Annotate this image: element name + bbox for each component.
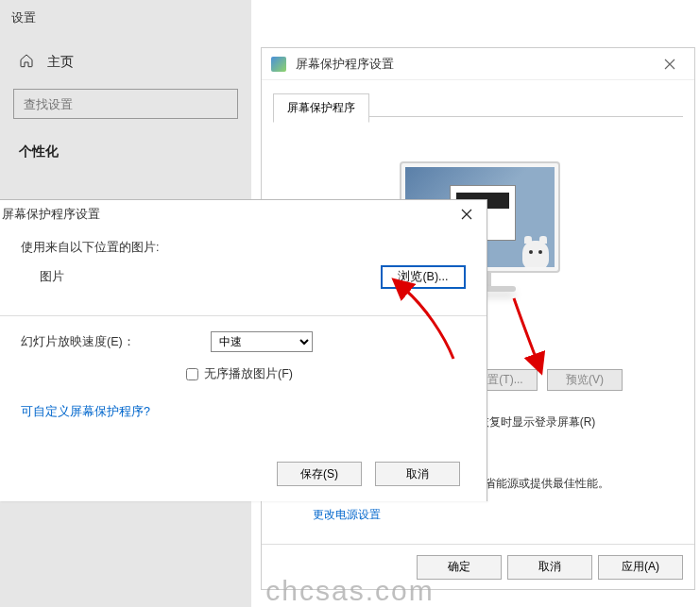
shuffle-label: 无序播放图片(F): [204, 366, 293, 382]
custom-screensaver-link[interactable]: 可自定义屏幕保护程序?: [21, 404, 466, 420]
photo-cancel-button[interactable]: 取消: [375, 462, 460, 486]
settings-app-title: 设置: [0, 0, 251, 45]
close-icon: [664, 59, 675, 70]
screensaver-title: 屏幕保护程序设置: [296, 56, 651, 73]
browse-button[interactable]: 浏览(B)...: [381, 265, 466, 289]
photo-titlebar: 屏幕保护程序设置: [0, 200, 487, 228]
home-nav-item[interactable]: 主页: [0, 45, 251, 85]
shuffle-row[interactable]: 无序播放图片(F): [182, 365, 466, 383]
preview-button[interactable]: 预览(V): [547, 369, 623, 391]
photo-footer: 保存(S) 取消: [277, 462, 460, 486]
use-pictures-label: 使用来自以下位置的图片:: [21, 240, 466, 256]
speed-select[interactable]: 中速: [211, 331, 313, 352]
photo-title: 屏幕保护程序设置: [2, 206, 452, 223]
change-power-link[interactable]: 更改电源设置: [313, 507, 381, 523]
screensaver-close-button[interactable]: [651, 50, 689, 78]
close-icon: [461, 209, 472, 220]
section-personalization: 个性化: [19, 143, 251, 160]
watermark: chcsas.com: [265, 575, 434, 607]
screensaver-titlebar: 屏幕保护程序设置: [262, 48, 694, 80]
shuffle-checkbox[interactable]: [186, 368, 198, 380]
apply-button[interactable]: 应用(A): [598, 555, 683, 580]
speed-label: 幻灯片放映速度(E)：: [21, 334, 135, 350]
photo-settings-dialog: 屏幕保护程序设置 使用来自以下位置的图片: 图片 浏览(B)... 幻灯片放映速…: [0, 199, 487, 501]
save-button[interactable]: 保存(S): [277, 462, 362, 486]
tab-screensaver[interactable]: 屏幕保护程序: [273, 93, 369, 123]
cancel-button[interactable]: 取消: [507, 555, 592, 580]
search-wrap: [13, 89, 238, 119]
photo-close-button[interactable]: [452, 203, 481, 226]
folder-name: 图片: [40, 269, 381, 285]
home-label: 主页: [47, 54, 74, 71]
separator: [0, 315, 487, 316]
screensaver-title-icon: [271, 57, 286, 72]
search-input[interactable]: [13, 89, 238, 119]
home-icon: [19, 53, 34, 72]
